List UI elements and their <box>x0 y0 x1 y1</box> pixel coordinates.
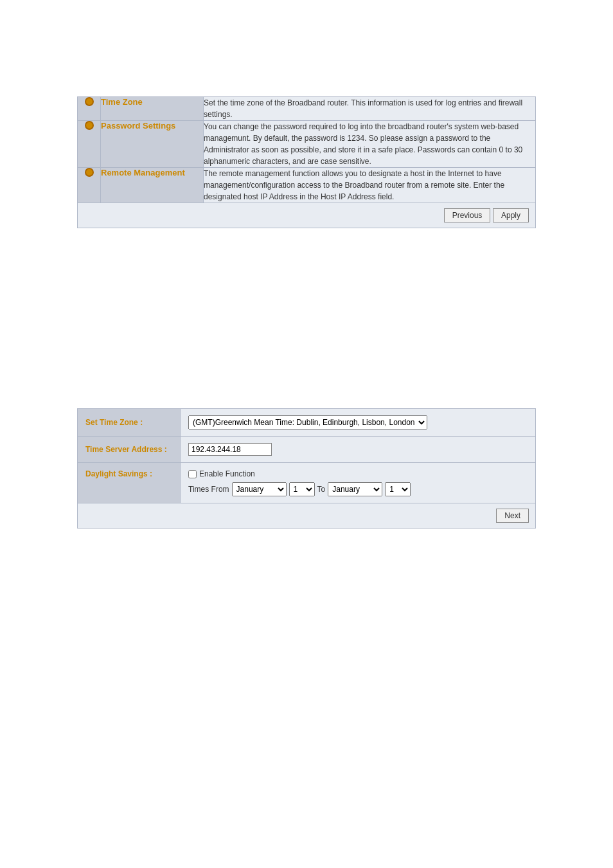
daylight-savings-label: Daylight Savings : <box>78 463 181 503</box>
nav-row: Time Zone Set the time zone of the Broad… <box>78 97 536 121</box>
previous-button[interactable]: Previous <box>444 208 491 222</box>
nav-desc-cell-1: You can change the password required to … <box>204 121 536 168</box>
nav-desc-cell-2: The remote management function allows yo… <box>204 168 536 203</box>
daylight-savings-row: Daylight Savings : Enable Function Times… <box>78 463 536 503</box>
apply-button[interactable]: Apply <box>493 208 529 222</box>
nav-icon-cell-1 <box>78 121 101 168</box>
nav-icon-cell-0 <box>78 97 101 121</box>
enable-function-text: Enable Function <box>199 469 255 478</box>
status-dot-icon <box>85 121 94 130</box>
nav-label-cell-2: Remote Management <box>101 168 204 203</box>
nav-table: Time Zone Set the time zone of the Broad… <box>77 96 536 228</box>
nav-footer-row: Previous Apply <box>78 203 536 228</box>
to-day-select[interactable]: 1234567891011121314151617181920212223242… <box>385 482 411 496</box>
form-section: Set Time Zone : (GMT)Greenwich Mean Time… <box>77 408 536 529</box>
nav-row: Remote Management The remote management … <box>78 168 536 203</box>
nav-icon-cell-2 <box>78 168 101 203</box>
time-zone-select[interactable]: (GMT)Greenwich Mean Time: Dublin, Edinbu… <box>188 415 427 429</box>
times-from-text: Times From <box>188 485 229 494</box>
form-footer-row: Next <box>78 503 536 529</box>
nav-label-1[interactable]: Password Settings <box>101 121 175 131</box>
nav-desc-cell-0: Set the time zone of the Broadband route… <box>204 97 536 121</box>
time-zone-label: Set Time Zone : <box>78 409 181 437</box>
enable-function-label[interactable]: Enable Function <box>188 469 528 478</box>
enable-function-checkbox[interactable] <box>188 470 197 478</box>
time-zone-input-cell: (GMT)Greenwich Mean Time: Dublin, Edinbu… <box>181 409 536 437</box>
nav-label-cell-1: Password Settings <box>101 121 204 168</box>
nav-label-cell-0: Time Zone <box>101 97 204 121</box>
nav-label-2[interactable]: Remote Management <box>101 168 185 177</box>
time-server-input-cell <box>181 437 536 463</box>
time-zone-row: Set Time Zone : (GMT)Greenwich Mean Time… <box>78 409 536 437</box>
status-dot-icon <box>85 97 94 106</box>
time-server-row: Time Server Address : <box>78 437 536 463</box>
from-day-select[interactable]: 1234567891011121314151617181920212223242… <box>289 482 315 496</box>
to-text: To <box>317 485 326 494</box>
to-month-select[interactable]: JanuaryFebruaryMarchAprilMayJuneJulyAugu… <box>328 482 382 496</box>
time-server-input[interactable] <box>188 443 272 456</box>
status-dot-icon <box>85 168 94 177</box>
time-server-label: Time Server Address : <box>78 437 181 463</box>
next-button[interactable]: Next <box>496 509 529 523</box>
from-month-select[interactable]: JanuaryFebruaryMarchAprilMayJuneJulyAugu… <box>232 482 287 496</box>
nav-row: Password Settings You can change the pas… <box>78 121 536 168</box>
daylight-savings-input-cell: Enable Function Times From JanuaryFebrua… <box>181 463 536 503</box>
nav-label-0[interactable]: Time Zone <box>101 97 143 107</box>
